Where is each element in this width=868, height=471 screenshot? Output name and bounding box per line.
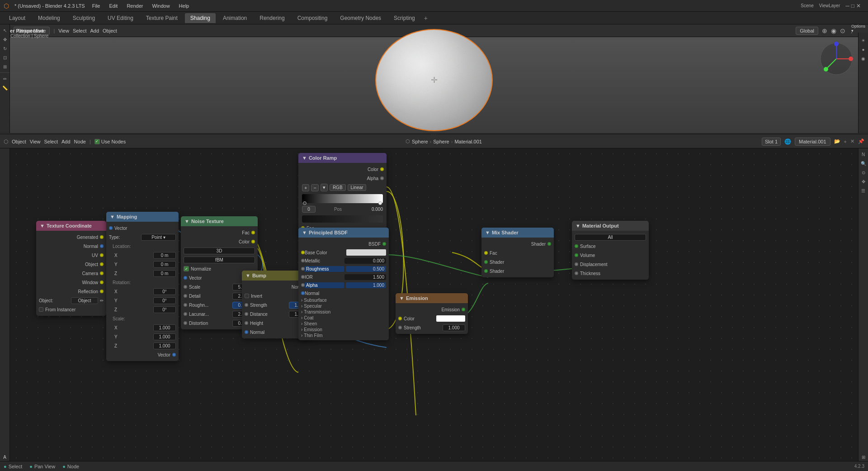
bsdf-alpha-socket[interactable]	[301, 283, 305, 287]
bsdf-emission-collapse[interactable]: › Emission	[298, 327, 389, 333]
node-sidebar-icon-2[interactable]: 🔍	[859, 159, 868, 167]
mix-shader-shader1-socket[interactable]	[484, 260, 488, 264]
menu-window[interactable]: Window	[150, 2, 171, 10]
node-sidebar-icon-bottom[interactable]: ⊞	[859, 453, 868, 461]
render-engine-icon[interactable]: ☀	[859, 36, 868, 44]
noise-scale-socket[interactable]	[184, 285, 187, 289]
node-collapse-principled[interactable]: ▼	[302, 230, 307, 235]
tex-coord-reflection-socket[interactable]	[100, 290, 104, 293]
viewport-add-menu[interactable]: Add	[90, 28, 99, 33]
color-ramp-add-btn[interactable]: +	[302, 184, 309, 191]
node-sidebar-icon-5[interactable]: ☰	[859, 186, 868, 195]
mapping-loc-y-field[interactable]: 0 m	[153, 261, 176, 268]
bump-strength-socket[interactable]	[245, 303, 248, 307]
viewport-icon-2[interactable]: ◉	[831, 27, 836, 34]
material-new-btn[interactable]: +	[844, 139, 847, 144]
maximize-btn[interactable]: □	[851, 3, 854, 9]
minimize-btn[interactable]: ─	[845, 3, 849, 9]
color-ramp-options-btn[interactable]: ▾	[321, 184, 328, 191]
mat-out-dropdown[interactable]: All	[575, 234, 646, 241]
mapping-type-dropdown[interactable]: Point ▾	[141, 234, 176, 241]
menu-render[interactable]: Render	[125, 2, 145, 10]
node-btn[interactable]: Node	[74, 139, 86, 144]
tab-uv-editing[interactable]: UV Editing	[102, 13, 139, 23]
tex-coord-normal-socket[interactable]	[100, 244, 104, 248]
color-ramp-stop-right[interactable]	[378, 201, 382, 205]
node-sidebar-icon-4[interactable]: ✥	[859, 177, 868, 186]
emission-color-swatch[interactable]	[436, 315, 465, 322]
node-editor[interactable]: ▼ Texture Coordinate Generated Normal UV…	[0, 136, 868, 461]
sidebar-icon-transform[interactable]: ⊞	[1, 62, 9, 71]
color-ramp-index[interactable]: 0	[302, 206, 316, 213]
node-material-output[interactable]: ▼ Material Output All Surface Volume Dis…	[572, 221, 649, 280]
node-sidebar-icon-1[interactable]: N	[859, 150, 868, 158]
viewport-icon-1[interactable]: ⊕	[822, 27, 827, 34]
color-ramp-pos-value[interactable]: 0.000	[360, 207, 383, 212]
menu-file[interactable]: File	[90, 2, 102, 10]
bump-invert-checkbox[interactable]	[245, 294, 249, 298]
sidebar-icon-select[interactable]: ↖	[1, 26, 9, 34]
node-emission[interactable]: ▼ Emission Emission Color Strength 1.000	[396, 293, 468, 334]
node-collapse-emission[interactable]: ▼	[399, 295, 404, 301]
sidebar-icon-measure[interactable]: 📏	[1, 84, 9, 92]
emission-color-socket[interactable]	[398, 317, 402, 320]
node-canvas[interactable]: ▼ Texture Coordinate Generated Normal UV…	[0, 148, 868, 461]
bsdf-sheen-collapse[interactable]: › Sheen	[298, 321, 389, 327]
viewport-icon-3[interactable]: ⊙	[840, 27, 845, 34]
bsdf-roughness-socket[interactable]	[301, 267, 305, 271]
noise-type-dropdown[interactable]: fBM	[184, 257, 255, 263]
sidebar-icon-rotate[interactable]: ↻	[1, 44, 9, 52]
noise-roughness-socket[interactable]	[184, 303, 187, 307]
viewport-object-menu[interactable]: Object	[103, 28, 117, 33]
viewport-select-menu[interactable]: Select	[73, 28, 87, 33]
mapping-loc-x-field[interactable]: 0 m	[153, 252, 176, 259]
mat-out-surface-socket[interactable]	[575, 244, 578, 248]
color-ramp-alpha-socket[interactable]	[380, 176, 384, 180]
noise-distortion-socket[interactable]	[184, 321, 187, 325]
mapping-vector-out-socket[interactable]	[172, 353, 176, 357]
bsdf-ior-field[interactable]: 1.500	[344, 274, 386, 280]
slot-select[interactable]: Slot 1	[762, 138, 781, 146]
bsdf-alpha-field[interactable]: 1.000	[346, 282, 386, 288]
emission-out-socket[interactable]	[462, 308, 465, 311]
node-collapse-tex-coord[interactable]: ▼	[40, 223, 45, 228]
select-btn[interactable]: Select	[44, 139, 58, 144]
node-color-ramp[interactable]: ▼ Color Ramp Color Alpha + − ▾ RGB	[298, 153, 387, 234]
material-browse-btn[interactable]: 📂	[834, 138, 840, 144]
bsdf-normal-in-socket[interactable]	[301, 291, 305, 295]
mix-shader-shader2-socket[interactable]	[484, 269, 488, 273]
tab-compositing[interactable]: Compositing	[292, 13, 333, 23]
node-collapse-mapping[interactable]: ▼	[110, 214, 115, 219]
color-ramp-remove-btn[interactable]: −	[311, 184, 318, 191]
node-mix-shader[interactable]: ▼ Mix Shader Shader Fac Shader	[481, 228, 554, 277]
menu-help[interactable]: Help	[177, 2, 191, 10]
mapping-scale-y-field[interactable]: 1.000	[153, 333, 176, 340]
mapping-scale-x-field[interactable]: 1.000	[153, 324, 176, 331]
bsdf-subsurface-collapse[interactable]: › Subsurface	[298, 297, 389, 303]
noise-vector-in-socket[interactable]	[184, 276, 187, 280]
viewport-3d[interactable]: Object Mode | View Select Add Object Glo…	[0, 24, 868, 136]
bsdf-metallic-socket[interactable]	[301, 259, 305, 262]
breadcrumb-sphere1[interactable]: Sphere	[412, 139, 428, 144]
tex-coord-camera-socket[interactable]	[100, 271, 104, 275]
tex-coord-uv-socket[interactable]	[100, 253, 104, 257]
node-collapse-bump[interactable]: ▼	[245, 273, 250, 278]
mapping-rot-x-field[interactable]: 0°	[153, 288, 176, 295]
tab-shading[interactable]: Shading	[185, 13, 216, 23]
sidebar-icon-tool[interactable]: A	[1, 453, 9, 461]
sidebar-icon-annotate[interactable]: ✏	[1, 75, 9, 83]
color-ramp-interp-dropdown[interactable]: Linear	[348, 184, 367, 191]
noise-color-out-socket[interactable]	[251, 240, 255, 243]
breadcrumb-material[interactable]: Material.001	[454, 139, 482, 144]
emission-strength-socket[interactable]	[398, 326, 402, 329]
viewport-view-menu[interactable]: View	[58, 28, 69, 33]
tex-coord-object-socket[interactable]	[100, 262, 104, 266]
node-principled-bsdf[interactable]: ▼ Principled BSDF BSDF Base Color	[298, 228, 389, 340]
noise-lacunarity-socket[interactable]	[184, 312, 187, 316]
menu-edit[interactable]: Edit	[107, 2, 119, 10]
bsdf-transmission-collapse[interactable]: › Transmission	[298, 309, 389, 315]
bsdf-base-color-swatch[interactable]	[346, 249, 386, 256]
tab-sculpting[interactable]: Sculpting	[67, 13, 100, 23]
mapping-scale-z-field[interactable]: 1.000	[153, 343, 176, 349]
close-btn[interactable]: ✕	[856, 3, 861, 9]
